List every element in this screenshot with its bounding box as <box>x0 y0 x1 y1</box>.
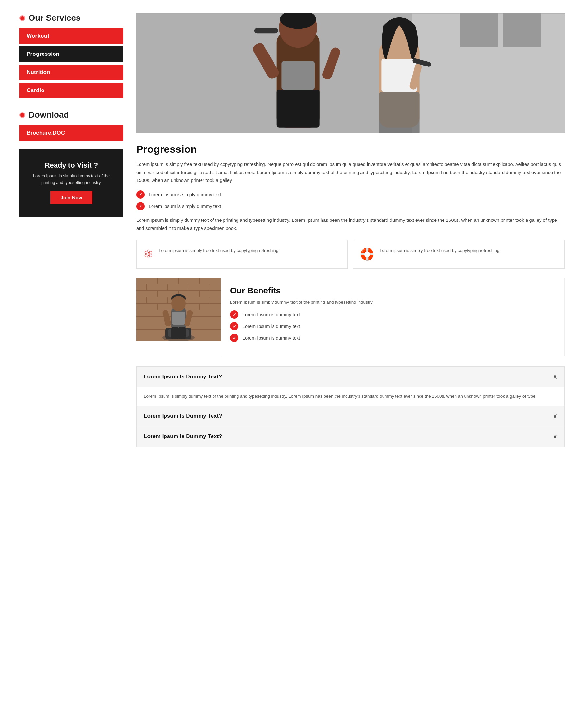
benefits-text-container: Our Benefits Lorem Ipsum is simply dummy… <box>221 278 564 356</box>
svg-rect-58 <box>172 312 185 324</box>
svg-rect-4 <box>460 13 498 47</box>
benefits-list-item: Lorem Ipsum is dummy text <box>230 334 555 342</box>
accordion-item: Lorem Ipsum Is Dummy Text?∨ <box>136 426 564 447</box>
svg-rect-60 <box>178 327 185 339</box>
check-list-item: Lorem Ipsum is simply dummy text <box>136 202 564 210</box>
svg-rect-10 <box>254 28 278 34</box>
services-heading: Our Services <box>20 13 123 23</box>
hero-image <box>136 13 564 133</box>
check-icon <box>230 310 238 319</box>
check-list-text: Lorem Ipsum is simply dummy text <box>149 192 221 197</box>
svg-rect-13 <box>281 61 315 89</box>
accordion-chevron: ∨ <box>553 413 557 420</box>
sidebar-menu-item[interactable]: Cardio <box>20 83 123 98</box>
accordion-item: Lorem Ipsum Is Dummy Text?∧Lorem Ipsum i… <box>136 366 564 406</box>
hero-placeholder <box>136 13 564 133</box>
feature-card-icon: ⚛ <box>143 248 153 261</box>
accordion-header[interactable]: Lorem Ipsum Is Dummy Text?∧ <box>136 367 564 387</box>
accordion-question: Lorem Ipsum Is Dummy Text? <box>144 433 222 440</box>
benefits-list-item: Lorem Ipsum is dummy text <box>230 310 555 319</box>
benefits-list-text: Lorem Ipsum is dummy text <box>243 323 300 329</box>
benefits-desc: Lorem Ipsum is simply dummy text of the … <box>230 299 555 306</box>
page-wrapper: Our Services WorkoutProgressionNutrition… <box>0 0 584 460</box>
sidebar-menu-item[interactable]: Progression <box>20 46 123 62</box>
feature-card-text: Lorem ipsum is simply free text used by … <box>159 248 280 254</box>
feature-card-text: Lorem ipsum is simply free text used by … <box>380 248 501 254</box>
benefits-list-text: Lorem Ipsum is dummy text <box>243 335 300 340</box>
check-list-item: Lorem Ipsum is simply dummy text <box>136 190 564 199</box>
check-icon <box>230 322 238 331</box>
accordion-header[interactable]: Lorem Ipsum Is Dummy Text?∨ <box>136 426 564 446</box>
benefits-image <box>136 278 221 341</box>
check-icon <box>136 202 145 210</box>
check-icon <box>136 190 145 199</box>
promo-join-btn[interactable]: Join Now <box>50 191 93 204</box>
svg-rect-5 <box>503 13 540 47</box>
sidebar-menu: WorkoutProgressionNutritionCardio <box>20 28 123 98</box>
sidebar-menu-item[interactable]: Workout <box>20 28 123 44</box>
svg-rect-19 <box>379 92 420 133</box>
accordion-question: Lorem Ipsum Is Dummy Text? <box>144 373 222 380</box>
svg-rect-3 <box>136 13 564 14</box>
promo-title: Ready to Visit ? <box>45 161 98 170</box>
check-list-text: Lorem Ipsum is simply dummy text <box>149 204 221 209</box>
download-heading: Download <box>20 110 123 120</box>
services-heading-label: Our Services <box>29 13 80 23</box>
services-dot <box>20 15 25 21</box>
body-text-2: Lorem Ipsum is simply dummy text of the … <box>136 216 564 232</box>
accordion-body: Lorem Ipsum is simply dummy text of the … <box>136 387 564 406</box>
benefits-list-text: Lorem Ipsum is dummy text <box>243 312 300 317</box>
accordion: Lorem Ipsum Is Dummy Text?∧Lorem Ipsum i… <box>136 366 564 447</box>
section-title: Progression <box>136 143 564 155</box>
svg-point-55 <box>171 296 185 311</box>
accordion-item: Lorem Ipsum Is Dummy Text?∨ <box>136 406 564 426</box>
check-list: Lorem Ipsum is simply dummy textLorem Ip… <box>136 190 564 210</box>
sidebar-download-section: Download Brochure.DOC <box>20 110 123 141</box>
benefits-title: Our Benefits <box>230 286 555 296</box>
promo-text: Lorem Ipsum is simply dummy text of the … <box>27 173 116 185</box>
accordion-chevron: ∨ <box>553 433 557 440</box>
check-icon <box>230 334 238 342</box>
accordion-question: Lorem Ipsum Is Dummy Text? <box>144 413 222 419</box>
sidebar-promo: Ready to Visit ? Lorem Ipsum is simply d… <box>20 149 123 217</box>
sidebar: Our Services WorkoutProgressionNutrition… <box>20 13 123 447</box>
download-dot <box>20 112 25 118</box>
body-text-1: Lorem ipsum is simply free text used by … <box>136 160 564 184</box>
download-heading-label: Download <box>29 110 69 120</box>
benefits-section: Our Benefits Lorem Ipsum is simply dummy… <box>136 278 564 356</box>
feature-card: ⚛Lorem ipsum is simply free text used by… <box>136 240 348 268</box>
feature-card: 🛟Lorem ipsum is simply free text used by… <box>353 240 564 268</box>
sidebar-menu-item[interactable]: Nutrition <box>20 64 123 80</box>
feature-cards: ⚛Lorem ipsum is simply free text used by… <box>136 240 564 268</box>
main-content: Progression Lorem ipsum is simply free t… <box>136 13 564 447</box>
benefits-check-list: Lorem Ipsum is dummy textLorem Ipsum is … <box>230 310 555 342</box>
svg-rect-14 <box>277 89 320 127</box>
benefits-list-item: Lorem Ipsum is dummy text <box>230 322 555 331</box>
accordion-chevron: ∧ <box>553 373 557 380</box>
download-btn[interactable]: Brochure.DOC <box>20 125 123 141</box>
svg-rect-59 <box>171 327 178 339</box>
feature-card-icon: 🛟 <box>360 248 374 261</box>
accordion-header[interactable]: Lorem Ipsum Is Dummy Text?∨ <box>136 406 564 426</box>
